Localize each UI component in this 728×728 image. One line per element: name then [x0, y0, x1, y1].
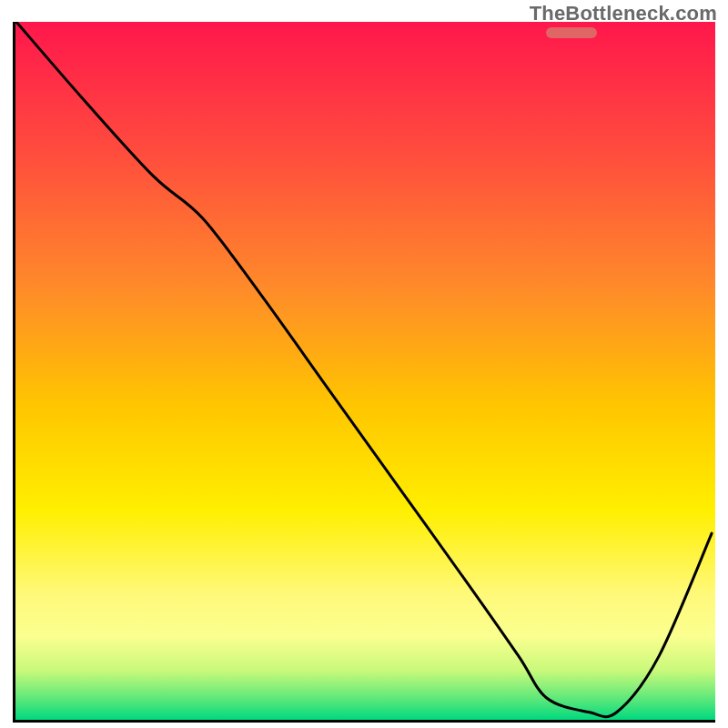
watermark: TheBottleneck.com	[530, 2, 717, 25]
chart-plot-area	[13, 22, 715, 723]
chart-stage: TheBottleneck.com	[0, 0, 728, 728]
optimal-zone-marker	[546, 27, 597, 38]
